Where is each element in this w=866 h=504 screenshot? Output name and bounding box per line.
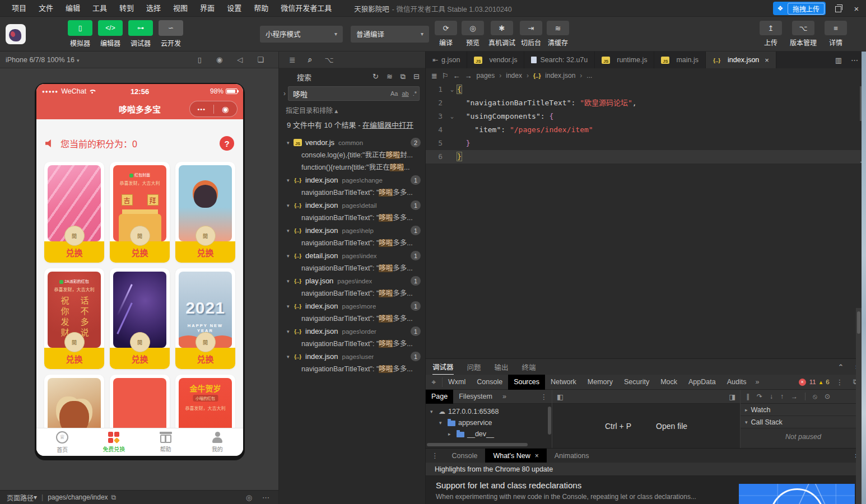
crumb-more[interactable]: ... (586, 72, 592, 80)
search-match-line[interactable]: navigationBarTitleText": "哆啦多多... (279, 363, 425, 375)
redeem-card[interactable]: 红包封面 恭喜发财，大吉大利 吉拜 開 兑换 (110, 162, 170, 263)
tab-g-json[interactable]: ⇤ g.json (426, 52, 467, 68)
dirs-exclude-toggle[interactable]: 指定目录和排除 ▴ (279, 102, 425, 116)
simulator-toggle[interactable]: ▯ 模拟器 (67, 20, 93, 48)
tab-debugger[interactable]: 调试器 (432, 359, 454, 375)
drawer-tab-console[interactable]: Console (444, 449, 486, 463)
drag-upload-button[interactable]: ❖ 拖拽上传 (773, 2, 826, 15)
editor-toggle[interactable]: </> 编辑器 (97, 20, 123, 48)
device-selector[interactable]: iPhone 6/7/8 100% 16▾ (6, 56, 80, 64)
preview-button[interactable]: ◎ 预览 (462, 21, 484, 47)
help-button[interactable]: ? (220, 136, 234, 151)
more-nav-tabs-icon[interactable]: » (498, 393, 511, 400)
forward-icon[interactable]: → (465, 72, 472, 80)
tab-mine[interactable]: 我的 (192, 428, 243, 456)
split-editor-icon[interactable]: ▥ (835, 56, 842, 64)
match-case-toggle[interactable]: Aa (390, 90, 398, 97)
open-new-editor-icon[interactable]: ⧉ (401, 72, 406, 81)
page-path-value[interactable]: pages/change/index (48, 493, 108, 501)
devtools-tab-sources[interactable]: Sources (508, 375, 545, 390)
close-tab-icon[interactable]: × (765, 56, 769, 64)
step-out-icon[interactable]: ↑ (780, 393, 784, 400)
redeem-card[interactable]: 開 兑换 (175, 162, 235, 263)
more-menu-button[interactable]: ••• (190, 106, 213, 113)
regex-toggle[interactable]: .* (413, 90, 417, 97)
tab-vendor-js[interactable]: JS vendor.js (467, 52, 524, 68)
upload-button[interactable]: ↥ 上传 (760, 21, 782, 47)
devtools-tab-mock[interactable]: Mock (655, 375, 683, 390)
redeem-card[interactable] (44, 375, 104, 428)
search-result-file[interactable]: ▾ {..} index.json pages\more 1 (279, 300, 425, 312)
clear-cache-button[interactable]: ≋ 清缓存 (547, 21, 569, 47)
crumb-file[interactable]: index.json (545, 72, 575, 80)
search-result-file[interactable]: ▾ {..} index.json pages\user 1 (279, 350, 425, 363)
tree-vscrollbar[interactable] (548, 407, 551, 435)
menu-file[interactable]: 文件 (32, 0, 59, 17)
page-path-label[interactable]: 页面路径 (7, 493, 34, 502)
redeem-card[interactable]: 金牛贺岁 小喵的红包 恭喜发财，大吉大利 金牛贺岁 (175, 375, 235, 428)
tree-host[interactable]: ▾ ☁ 127.0.0.1:65368 (426, 406, 552, 417)
search-result-file[interactable]: ▾ {..} index.json pages\order 1 (279, 325, 425, 338)
cloud-dev-toggle[interactable]: ∽ 云开发 (158, 20, 184, 48)
code-editor[interactable]: 1 ⌄ { 2 "navigationBarTitleText": "欧皇源码论… (426, 83, 866, 358)
menu-edit[interactable]: 编辑 (59, 0, 86, 17)
tab-output[interactable]: 输出 (495, 360, 509, 375)
show-debugger-icon[interactable]: ◨ (729, 393, 735, 401)
debugger-toggle[interactable]: ⊶ 调试器 (128, 20, 153, 48)
menu-select[interactable]: 选择 (140, 0, 167, 17)
search-icon[interactable]: ⌕ (308, 55, 313, 64)
compile-button[interactable]: ⟳ 编译 (435, 21, 457, 47)
redeem-card[interactable]: 2A派彩的红包 恭喜发财，大吉大利 祝你发财话不多说 開 兑换 (44, 268, 104, 369)
git-branch-icon[interactable]: ⌥ (325, 55, 334, 64)
drawer-tab-animations[interactable]: Animations (547, 449, 597, 463)
search-match-line[interactable]: navigationBarTitleText": "哆啦多多... (279, 287, 425, 300)
back-icon[interactable]: ← (453, 72, 460, 80)
search-match-line[interactable]: navigationBarTitleText": "哆啦多多... (279, 237, 425, 249)
mode-select[interactable]: 小程序模式 ▾ (260, 26, 343, 43)
search-match-line[interactable]: function(){return{title:"我正在哆啦... (279, 161, 425, 174)
menu-help[interactable]: 帮助 (248, 0, 274, 17)
tree-folder-appservice[interactable]: ▾ appservice (426, 417, 552, 428)
more-tabs-icon[interactable]: » (752, 378, 762, 386)
search-match-line[interactable]: navigationBarTitleText": "哆啦多多... (279, 262, 425, 274)
collapse-all-icon[interactable]: ⊟ (413, 72, 420, 81)
tree-folder-dev[interactable]: ▸ __dev__ (426, 428, 552, 440)
search-result-file[interactable]: ▾ {..} index.json pages\change 1 (279, 174, 425, 186)
redeem-card[interactable]: 開 兑换 (110, 268, 170, 369)
real-device-debug-button[interactable]: ✱ 真机调试 (488, 21, 515, 47)
redeem-card[interactable]: 開 兑换 (44, 162, 104, 263)
restore-window-button[interactable] (834, 4, 844, 13)
expand-replace-icon[interactable]: › (283, 90, 286, 97)
article-title[interactable]: Support for let and class redeclarations (436, 480, 732, 490)
open-file-label[interactable]: Open file (656, 422, 687, 431)
tab-index-json[interactable]: {..} index.json × (706, 52, 776, 68)
search-match-line[interactable]: navigationBarTitleText": "哆啦多多... (279, 312, 425, 325)
crumb-index[interactable]: index (506, 72, 522, 80)
menu-project[interactable]: 项目 (6, 0, 32, 17)
refresh-icon[interactable]: ↻ (373, 72, 379, 81)
pause-icon[interactable]: ∥ (746, 393, 749, 400)
step-over-icon[interactable]: ↷ (757, 393, 762, 400)
watch-section[interactable]: ▸ Watch (741, 404, 866, 416)
tab-problems[interactable]: 问题 (467, 360, 481, 375)
search-result-file[interactable]: ▾ {..} index.json pages\help 1 (279, 224, 425, 237)
nav-tab-filesystem[interactable]: Filesystem (453, 390, 498, 404)
search-match-line[interactable]: navigationBarTitleText": "哆啦多多... (279, 338, 425, 350)
menu-goto[interactable]: 转到 (113, 0, 140, 17)
version-manage-button[interactable]: ⌥ 版本管理 (790, 21, 817, 47)
tab-terminal[interactable]: 终端 (522, 360, 536, 375)
project-avatar[interactable] (6, 24, 26, 44)
drawer-menu-icon[interactable]: ⋮ (426, 451, 444, 460)
close-window-button[interactable]: × (851, 4, 862, 13)
record-icon[interactable]: ◉ (216, 55, 222, 64)
warning-count[interactable]: 6 (826, 379, 829, 385)
menu-interface[interactable]: 界面 (194, 0, 221, 17)
devtools-tab-memory[interactable]: Memory (582, 375, 618, 390)
search-match-line[interactable]: navigationBarTitleText": "哆啦多多... (279, 186, 425, 199)
nav-tab-page[interactable]: Page (426, 390, 453, 404)
switch-background-button[interactable]: ⇥ 切后台 (520, 21, 542, 47)
search-input[interactable] (293, 90, 343, 98)
devtools-tab-security[interactable]: Security (618, 375, 655, 390)
search-result-file[interactable]: ▾ {..} detail.json pages\index 1 (279, 249, 425, 262)
tree-hscrollbar[interactable] (427, 443, 528, 446)
